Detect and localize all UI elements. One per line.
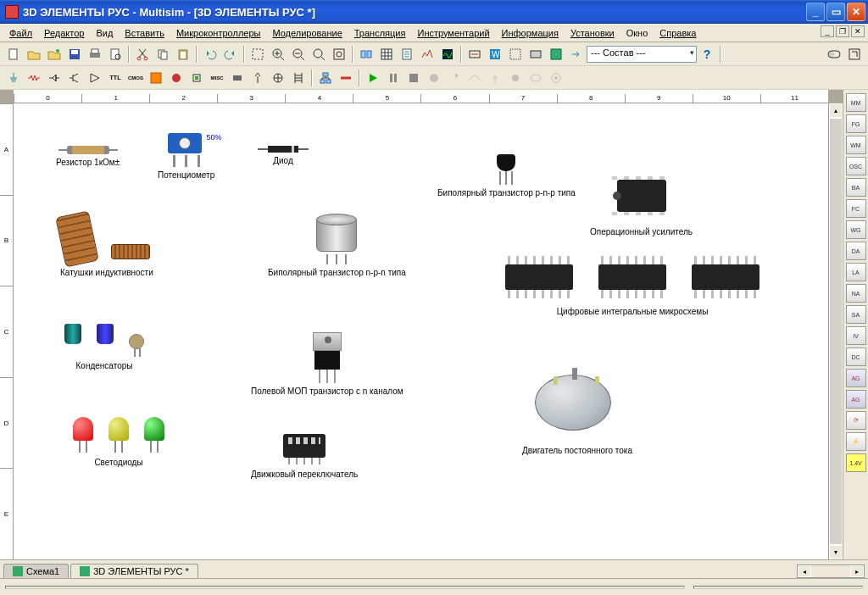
postproc-button[interactable] bbox=[465, 45, 484, 64]
undo-button[interactable] bbox=[201, 45, 220, 64]
instrument-multimeter[interactable]: MM bbox=[846, 93, 866, 112]
compose-combo[interactable]: --- Состав --- bbox=[587, 46, 697, 63]
menu-info[interactable]: Информация bbox=[496, 26, 565, 40]
word-button[interactable]: W bbox=[486, 45, 504, 64]
zoom-window-button[interactable] bbox=[248, 45, 267, 64]
component-coils[interactable]: Катушки индуктивности bbox=[60, 214, 153, 277]
tab-schema1[interactable]: Схема1 bbox=[3, 564, 69, 578]
component-bjt-npn[interactable]: Биполярный транзистор n-p-n типа bbox=[268, 214, 406, 277]
scroll-down-button[interactable]: ▾ bbox=[829, 545, 843, 559]
instrument-current-clamp[interactable]: ⚡ bbox=[846, 432, 866, 451]
pause-button[interactable] bbox=[384, 69, 403, 87]
breakpoint-button[interactable] bbox=[506, 69, 525, 87]
rf-tool-button[interactable] bbox=[248, 69, 267, 87]
menu-model[interactable]: Моделирование bbox=[266, 26, 348, 40]
region-button[interactable] bbox=[526, 45, 545, 64]
grapher-button[interactable] bbox=[438, 45, 457, 64]
sim-settings-button[interactable] bbox=[547, 69, 565, 87]
instrument-oscilloscope[interactable]: OSC bbox=[846, 157, 866, 175]
instrument-wattmeter[interactable]: WM bbox=[846, 136, 866, 154]
zoom-fit-button[interactable] bbox=[309, 45, 328, 64]
schematic-canvas[interactable]: Резистор 1кОм± 50% Потенциометр Диод Бип… bbox=[14, 103, 828, 559]
instrument-dist-analyzer[interactable]: DA bbox=[846, 242, 866, 260]
menu-instr[interactable]: Инструментарий bbox=[411, 26, 495, 40]
step-over-button[interactable] bbox=[465, 69, 484, 87]
scroll-left-button[interactable]: ◂ bbox=[798, 565, 811, 577]
vertical-scrollbar[interactable]: ▴ ▾ bbox=[828, 103, 843, 559]
menu-setup[interactable]: Установки bbox=[565, 26, 620, 40]
tab-3d-elements[interactable]: 3D ЭЛЕМЕНТЫ РУС * bbox=[70, 564, 198, 578]
save-button[interactable] bbox=[65, 45, 84, 64]
step-into-button[interactable] bbox=[445, 69, 464, 87]
ladder-tool-button[interactable] bbox=[289, 69, 308, 87]
ground-button[interactable] bbox=[4, 69, 23, 87]
forward-annot-button[interactable] bbox=[567, 45, 586, 64]
instrument-func-gen[interactable]: FG bbox=[846, 114, 866, 133]
zoom-in-button[interactable] bbox=[269, 45, 287, 64]
scroll-right-button[interactable]: ▸ bbox=[850, 565, 864, 577]
component-diode[interactable]: Диод bbox=[268, 146, 298, 165]
component-bjt-pnp[interactable]: Биполярный транзистор p-n-p типа bbox=[437, 154, 576, 197]
expand-button[interactable] bbox=[845, 45, 864, 64]
instrument-logic-analyzer[interactable]: LA bbox=[846, 263, 866, 281]
erc-button[interactable] bbox=[506, 45, 525, 64]
menu-window[interactable]: Окно bbox=[620, 26, 654, 40]
mdi-close-button[interactable]: ✕ bbox=[851, 25, 865, 37]
indicator-tool-button[interactable] bbox=[167, 69, 186, 87]
ultiboard-button[interactable] bbox=[547, 45, 565, 64]
periph-tool-button[interactable] bbox=[228, 69, 247, 87]
cut-button[interactable] bbox=[133, 45, 152, 64]
spreadsheet-button[interactable] bbox=[377, 45, 396, 64]
menu-edit[interactable]: Редактор bbox=[38, 26, 90, 40]
paste-button[interactable] bbox=[174, 45, 192, 64]
component-dipswitch[interactable]: Движковый переключатель bbox=[251, 434, 358, 479]
component-resistor[interactable]: Резистор 1кОм± bbox=[56, 146, 120, 167]
component-opamp[interactable]: Операционный усилитель bbox=[590, 180, 693, 236]
component-motor[interactable]: Двигатель постоянного тока bbox=[522, 375, 632, 455]
resistor-tool-button[interactable] bbox=[25, 69, 43, 87]
bus-button[interactable] bbox=[337, 69, 355, 87]
menu-insert[interactable]: Вставить bbox=[119, 26, 170, 40]
component-leds[interactable]: Светодиоды bbox=[73, 417, 164, 467]
component-mosfet[interactable]: Полевой МОП транзистор с n каналом bbox=[251, 332, 403, 396]
instrument-iv[interactable]: IV bbox=[846, 326, 866, 345]
print-preview-button[interactable] bbox=[106, 45, 125, 64]
instrument-labview[interactable]: 1.4V bbox=[846, 453, 866, 472]
close-button[interactable]: ✕ bbox=[847, 3, 865, 21]
electromech-tool-button[interactable] bbox=[269, 69, 287, 87]
zoom-out-button[interactable] bbox=[289, 45, 308, 64]
instrument-freq-counter[interactable]: FC bbox=[846, 199, 866, 218]
menu-file[interactable]: Файл bbox=[3, 26, 38, 40]
new-button[interactable] bbox=[4, 45, 23, 64]
instrument-spectrum[interactable]: SA bbox=[846, 305, 866, 324]
maximize-button[interactable]: ▭ bbox=[826, 3, 845, 21]
scroll-up-button[interactable]: ▴ bbox=[829, 103, 843, 118]
redo-button[interactable] bbox=[221, 45, 240, 64]
db-manager-button[interactable] bbox=[357, 45, 376, 64]
stop-button[interactable] bbox=[404, 69, 423, 87]
minimize-button[interactable]: _ bbox=[806, 3, 825, 21]
component-digital-ics[interactable]: Цифровые интегральные микросхемы bbox=[505, 264, 760, 316]
power-tool-button[interactable] bbox=[187, 69, 206, 87]
mixer-tool-button[interactable] bbox=[147, 69, 165, 87]
analysis-button[interactable] bbox=[418, 45, 437, 64]
instrument-dc[interactable]: DC bbox=[846, 348, 866, 366]
print-button[interactable] bbox=[86, 45, 104, 64]
watch-button[interactable] bbox=[526, 69, 545, 87]
netlist-button[interactable] bbox=[398, 45, 416, 64]
run-button[interactable] bbox=[364, 69, 382, 87]
instrument-network-analyzer[interactable]: NA bbox=[846, 284, 866, 303]
step-out-button[interactable] bbox=[486, 69, 504, 87]
mdi-restore-button[interactable]: ❐ bbox=[836, 25, 849, 37]
open-sample-button[interactable] bbox=[45, 45, 64, 64]
misc-tool-button[interactable]: MISC bbox=[208, 69, 226, 87]
3d-toggle-button[interactable] bbox=[825, 45, 843, 64]
help-button[interactable]: ? bbox=[698, 45, 716, 64]
copy-button[interactable] bbox=[153, 45, 172, 64]
hierarchy-button[interactable] bbox=[316, 69, 335, 87]
open-button[interactable] bbox=[25, 45, 43, 64]
diode-tool-button[interactable] bbox=[45, 69, 64, 87]
instrument-bode[interactable]: BA bbox=[846, 178, 866, 197]
instrument-agilent1[interactable]: AG bbox=[846, 369, 866, 387]
component-caps[interactable]: Конденсаторы bbox=[64, 324, 144, 370]
